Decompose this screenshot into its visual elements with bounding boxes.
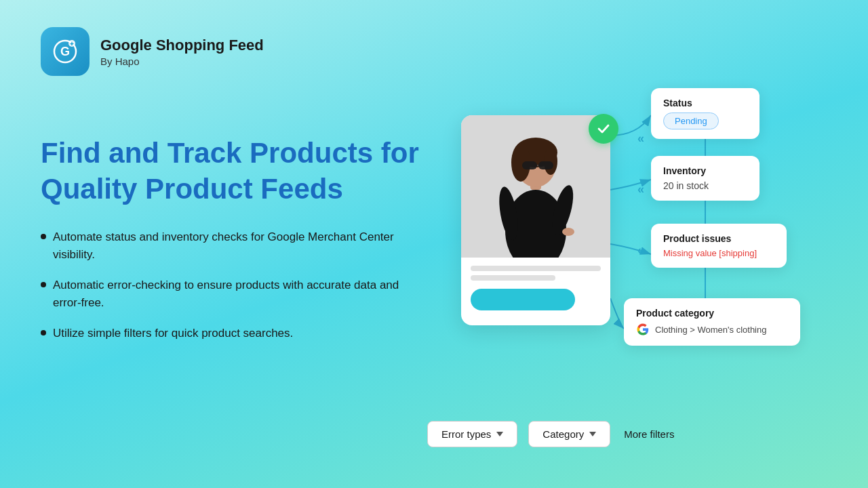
category-value: Clothing > Women's clothing bbox=[655, 325, 766, 335]
product-card-bottom bbox=[461, 258, 610, 325]
svg-text:«: « bbox=[637, 243, 644, 257]
bullet-icon bbox=[41, 234, 46, 239]
issues-panel-title: Product issues bbox=[663, 233, 774, 244]
product-add-button[interactable] bbox=[471, 289, 575, 310]
features-list: Automate status and inventory checks for… bbox=[41, 228, 420, 342]
inventory-panel: Inventory 20 in stock bbox=[651, 156, 760, 201]
product-image bbox=[461, 115, 610, 258]
list-item: Utilize simple filters for quick product… bbox=[41, 325, 420, 342]
inventory-value: 20 in stock bbox=[663, 180, 747, 191]
app-header: G ✦ Google Shopping Feed By Hapo bbox=[41, 27, 264, 76]
product-line-short bbox=[471, 275, 555, 281]
inventory-panel-title: Inventory bbox=[663, 165, 747, 176]
left-content: Find and Track Products for Quality Prod… bbox=[41, 136, 420, 342]
check-badge bbox=[589, 114, 618, 144]
bullet-icon bbox=[41, 282, 46, 287]
more-filters-button[interactable]: More filters bbox=[621, 422, 677, 447]
list-item: Automate status and inventory checks for… bbox=[41, 228, 420, 263]
issues-value: Missing value [shipping] bbox=[663, 248, 774, 258]
app-name: Google Shopping Feed bbox=[100, 37, 264, 54]
list-item: Automatic error-checking to ensure produ… bbox=[41, 277, 420, 311]
google-icon bbox=[636, 323, 650, 336]
chevron-down-icon bbox=[496, 432, 503, 436]
svg-text:✦: ✦ bbox=[69, 41, 75, 47]
app-icon: G ✦ bbox=[41, 27, 90, 76]
category-panel-title: Product category bbox=[636, 308, 788, 319]
category-label: Category bbox=[542, 428, 584, 440]
svg-text:«: « bbox=[637, 131, 644, 145]
chevron-down-icon bbox=[589, 432, 596, 436]
app-author: By Hapo bbox=[100, 56, 264, 67]
svg-text:«: « bbox=[637, 182, 644, 196]
category-button[interactable]: Category bbox=[528, 421, 610, 447]
error-types-button[interactable]: Error types bbox=[427, 421, 517, 447]
svg-text:G: G bbox=[60, 45, 70, 58]
product-card bbox=[461, 115, 610, 325]
error-types-label: Error types bbox=[441, 428, 491, 440]
status-panel: Status Pending bbox=[651, 88, 760, 139]
status-badge: Pending bbox=[663, 113, 719, 129]
right-section: « « « « bbox=[427, 81, 848, 420]
app-title-block: Google Shopping Feed By Hapo bbox=[100, 37, 264, 67]
status-panel-title: Status bbox=[663, 98, 747, 108]
more-filters-label: More filters bbox=[624, 428, 674, 440]
svg-rect-19 bbox=[522, 161, 537, 169]
category-content: Clothing > Women's clothing bbox=[636, 323, 788, 336]
product-issues-panel: Product issues Missing value [shipping] bbox=[651, 224, 787, 268]
main-heading: Find and Track Products for Quality Prod… bbox=[41, 136, 420, 207]
product-category-panel: Product category Clothing > Women's clot… bbox=[624, 298, 800, 346]
bullet-icon bbox=[41, 330, 46, 336]
svg-rect-20 bbox=[538, 161, 553, 169]
product-lines bbox=[471, 266, 601, 281]
woman-svg bbox=[461, 115, 610, 258]
svg-point-24 bbox=[562, 228, 574, 236]
filters-bar: Error types Category More filters bbox=[427, 421, 677, 447]
product-line-full bbox=[471, 266, 601, 271]
app-icon-svg: G ✦ bbox=[50, 37, 80, 66]
